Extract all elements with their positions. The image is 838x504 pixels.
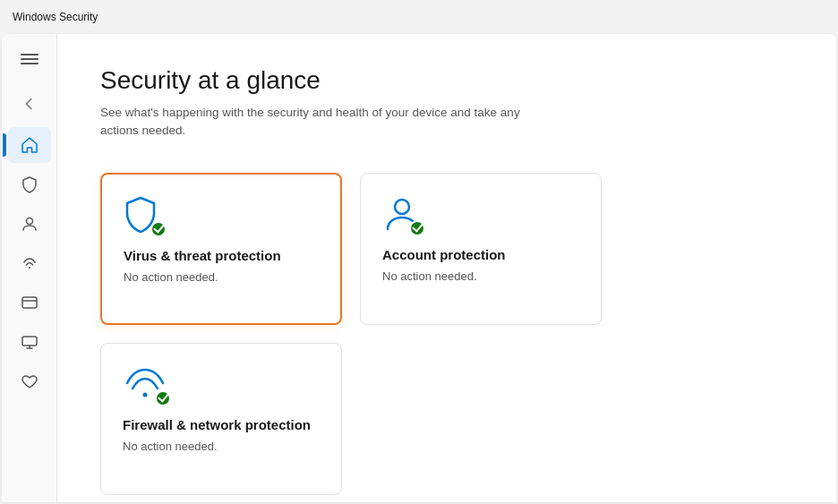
card-firewall[interactable]: Firewall & network protection No action …	[100, 343, 342, 495]
svg-point-3	[26, 218, 32, 225]
virus-card-status: No action needed.	[124, 270, 319, 284]
sidebar-item-firewall[interactable]	[8, 245, 51, 281]
account-check-badge	[409, 220, 425, 236]
page-title: Security at a glance	[100, 66, 793, 95]
account-card-status: No action needed.	[382, 269, 579, 283]
account-card-icon	[382, 195, 579, 236]
svg-rect-2	[21, 63, 38, 64]
app-container: Security at a glance See what's happenin…	[2, 34, 836, 502]
virus-card-icon	[124, 196, 319, 237]
virus-check-badge	[150, 221, 167, 237]
page-subtitle: See what's happening with the security a…	[100, 104, 548, 141]
back-button[interactable]	[8, 88, 51, 120]
titlebar: Windows Security	[0, 0, 838, 34]
svg-rect-5	[22, 297, 37, 308]
svg-point-11	[143, 392, 148, 397]
sidebar-item-app[interactable]	[8, 285, 51, 320]
app-title: Windows Security	[13, 11, 98, 23]
cards-grid: Virus & threat protection No action need…	[100, 173, 793, 495]
svg-rect-0	[21, 54, 38, 56]
sidebar	[2, 34, 57, 502]
hamburger-button[interactable]	[8, 41, 51, 77]
virus-card-title: Virus & threat protection	[124, 248, 319, 263]
svg-point-10	[395, 200, 409, 214]
main-content: Security at a glance See what's happenin…	[57, 34, 836, 502]
sidebar-item-account[interactable]	[8, 206, 51, 242]
firewall-card-status: No action needed.	[123, 440, 320, 453]
card-virus[interactable]: Virus & threat protection No action need…	[100, 173, 342, 325]
svg-point-4	[29, 267, 30, 269]
svg-rect-1	[21, 58, 38, 60]
sidebar-item-home[interactable]	[8, 127, 51, 163]
sidebar-item-health[interactable]	[8, 363, 51, 399]
card-account[interactable]: Account protection No action needed.	[360, 173, 602, 325]
sidebar-item-virus[interactable]	[8, 167, 51, 202]
firewall-card-title: Firewall & network protection	[123, 417, 320, 432]
account-card-title: Account protection	[382, 247, 579, 262]
svg-rect-7	[22, 337, 37, 346]
sidebar-item-device[interactable]	[8, 324, 51, 360]
firewall-card-icon	[123, 365, 320, 406]
firewall-check-badge	[155, 390, 171, 406]
